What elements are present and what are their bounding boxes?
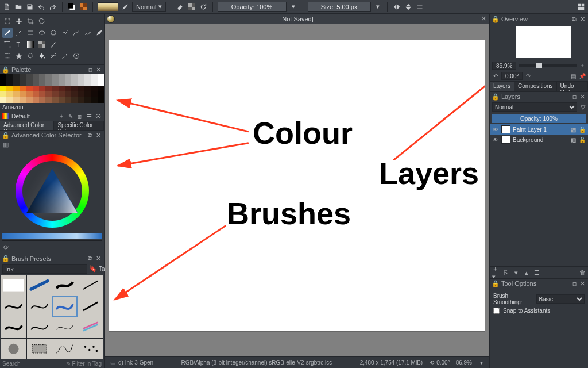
color-swatch[interactable] (6, 74, 13, 80)
close-icon[interactable]: ✕ (579, 93, 586, 100)
color-swatch[interactable] (6, 80, 13, 86)
rect-tool-icon[interactable] (25, 28, 36, 38)
color-swatch[interactable] (78, 91, 84, 97)
edit-shapes-icon[interactable] (2, 39, 13, 49)
lock-icon[interactable]: 🔒 (2, 132, 9, 139)
color-swatch[interactable] (52, 97, 59, 103)
save-file-icon[interactable] (25, 2, 34, 12)
new-file-icon[interactable] (2, 2, 11, 12)
color-swatch[interactable] (45, 86, 52, 91)
color-swatch[interactable] (78, 86, 84, 91)
brush-preset[interactable] (52, 317, 78, 338)
color-swatch[interactable] (52, 91, 59, 97)
brush-preset[interactable] (52, 275, 78, 296)
color-swatch[interactable] (65, 74, 71, 80)
canvas[interactable]: Colour Layers Brushes (109, 40, 485, 331)
size-menu-icon[interactable]: ▾ (373, 2, 382, 12)
smoothing-dropdown[interactable]: Basic (536, 294, 585, 304)
rect-select-icon[interactable] (2, 51, 13, 61)
calligraphy-tool-icon[interactable] (48, 39, 59, 49)
layer-alpha-icon[interactable]: ▩ (570, 136, 577, 143)
delete-layer-icon[interactable]: 🗑 (579, 269, 586, 276)
reload-brush-icon[interactable] (199, 2, 208, 12)
palette-name[interactable]: Default (11, 113, 30, 120)
shade-strip[interactable] (2, 233, 102, 239)
lock-icon[interactable]: 🔒 (492, 280, 499, 287)
color-swatch[interactable] (91, 80, 97, 86)
color-swatch[interactable] (39, 97, 45, 103)
color-swatch[interactable] (65, 80, 71, 86)
add-layer-icon[interactable]: ＋▾ (492, 269, 499, 276)
opacity-menu-icon[interactable]: ▾ (289, 2, 298, 12)
brush-preset[interactable] (27, 339, 52, 359)
brush-preset[interactable] (1, 339, 26, 359)
color-swatch[interactable] (98, 86, 104, 91)
color-swatch[interactable] (26, 97, 32, 103)
palette-preset-icon[interactable] (2, 113, 9, 119)
rot-pos-icon[interactable]: ↷ (525, 72, 532, 79)
polyline-tool-icon[interactable] (60, 28, 70, 38)
color-swatch[interactable] (39, 91, 45, 97)
color-swatch[interactable] (59, 80, 65, 86)
color-swatch[interactable] (84, 86, 91, 91)
color-swatch[interactable] (33, 91, 39, 97)
color-swatch[interactable] (91, 91, 97, 97)
color-swatch[interactable] (26, 74, 32, 80)
brush-preset[interactable] (78, 275, 103, 296)
lock-icon[interactable]: 🔒 (2, 66, 9, 73)
color-swatch[interactable] (84, 80, 91, 86)
contig-select-icon[interactable] (14, 51, 24, 61)
color-profile-label[interactable]: RGB/Alpha (8-bit integer/channel) sRGB-e… (181, 359, 332, 366)
color-swatch[interactable] (0, 74, 6, 80)
layer-visibility-icon[interactable]: 👁 (492, 126, 499, 133)
fgbg-swatch[interactable] (67, 2, 76, 12)
color-swatch[interactable] (98, 80, 104, 86)
color-swatch[interactable] (33, 80, 39, 86)
history-strip[interactable] (2, 240, 102, 242)
layer-filter-icon[interactable]: ▽ (579, 103, 586, 110)
color-swatch[interactable] (13, 91, 20, 97)
brush-preset[interactable] (52, 296, 78, 317)
tab-layers[interactable]: Layers (490, 82, 514, 91)
color-swatch[interactable] (78, 74, 84, 80)
brush-preset[interactable] (1, 275, 26, 296)
float-icon[interactable]: ⧉ (571, 16, 578, 22)
brush-foot-filter[interactable]: ✎ Filter in Tag (66, 361, 102, 367)
color-swatch[interactable] (71, 80, 78, 86)
acs-refresh-icon[interactable]: ⟳ (2, 244, 9, 251)
wraparound-icon[interactable] (415, 2, 424, 12)
overview-pin-icon[interactable]: 📌 (579, 72, 586, 79)
color-swatch[interactable] (59, 86, 65, 91)
close-icon[interactable]: ✕ (95, 255, 102, 262)
edit-swatch-icon[interactable]: ✎ (67, 113, 74, 120)
color-swatch[interactable] (6, 86, 13, 91)
color-swatch[interactable] (26, 86, 32, 91)
assist-tool-icon[interactable] (48, 51, 59, 61)
brush-foot-search[interactable]: Search (2, 361, 21, 367)
brush-tool-icon[interactable] (2, 28, 13, 38)
color-swatch[interactable] (91, 86, 97, 91)
move-up-icon[interactable]: ▴ (523, 269, 530, 276)
color-swatch[interactable] (59, 91, 65, 97)
layer-row[interactable]: 👁Paint Layer 1▩🔓 (490, 124, 588, 135)
tab-advanced-color[interactable]: Advanced Color Sel… (0, 121, 54, 130)
workspace-chooser-icon[interactable] (577, 2, 586, 12)
text-tool-icon[interactable]: T (14, 39, 24, 49)
close-document-icon[interactable]: ✕ (480, 16, 487, 22)
color-swatch[interactable] (45, 91, 52, 97)
color-swatch[interactable] (0, 86, 6, 91)
color-swatch[interactable] (6, 97, 13, 103)
layer-row[interactable]: 👁Background▩🔓 (490, 135, 588, 145)
color-swatch[interactable] (98, 97, 104, 103)
color-swatch[interactable] (65, 91, 71, 97)
line-tool-icon[interactable] (14, 28, 24, 38)
close-icon[interactable]: ✕ (95, 66, 102, 73)
lock-icon[interactable]: 🔒 (492, 93, 499, 100)
color-swatch[interactable] (84, 97, 91, 103)
similar-select-icon[interactable] (25, 51, 36, 61)
color-swatch[interactable] (20, 86, 26, 91)
color-swatch[interactable] (39, 86, 45, 91)
lock-icon[interactable]: 🔒 (492, 16, 499, 22)
eraser-mode-icon[interactable] (176, 2, 185, 12)
float-icon[interactable]: ⧉ (87, 66, 94, 73)
